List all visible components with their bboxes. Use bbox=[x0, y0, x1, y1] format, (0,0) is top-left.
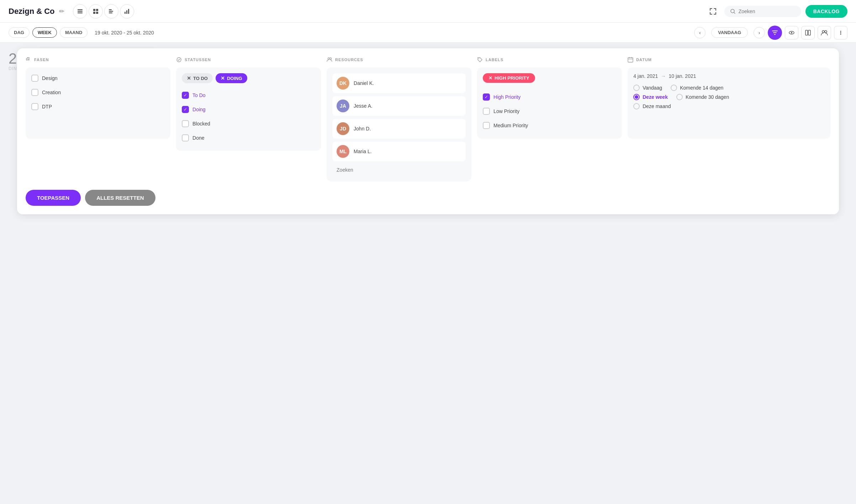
week-btn[interactable]: WEEK bbox=[32, 27, 57, 38]
statussen-column: STATUSSEN ✕ TO DO ✕ DOING ✓ bbox=[176, 57, 321, 162]
maand-btn[interactable]: MAAND bbox=[60, 27, 88, 38]
resource-2[interactable]: JD John D. bbox=[332, 119, 466, 139]
radio-deze-week[interactable] bbox=[633, 94, 640, 100]
svg-point-20 bbox=[840, 31, 841, 32]
app-logo: Dezign & Co bbox=[9, 7, 55, 16]
team-btn[interactable] bbox=[818, 26, 831, 39]
svg-rect-7 bbox=[109, 9, 112, 10]
svg-point-22 bbox=[840, 33, 841, 34]
label-checkbox-0[interactable]: ✓ bbox=[483, 93, 490, 101]
resource-1[interactable]: JA Jesse A. bbox=[332, 96, 466, 116]
status-item-1[interactable]: ✓ Doing bbox=[182, 102, 315, 117]
fasen-checkbox-2[interactable] bbox=[31, 103, 38, 110]
fasen-item-0[interactable]: Design bbox=[31, 73, 165, 85]
datum-row-0: Vandaag Komende 14 dagen bbox=[633, 85, 825, 91]
status-item-0[interactable]: ✓ To Do bbox=[182, 88, 315, 102]
status-icon bbox=[176, 57, 182, 63]
svg-rect-9 bbox=[109, 12, 112, 14]
layout-btn[interactable] bbox=[801, 26, 815, 39]
datum-row-2: Deze maand bbox=[633, 103, 825, 109]
edit-icon[interactable]: ✏ bbox=[59, 7, 64, 15]
fasen-checkbox-1[interactable] bbox=[31, 89, 38, 96]
eye-btn[interactable] bbox=[785, 26, 798, 39]
fasen-checkbox-0[interactable] bbox=[31, 75, 38, 82]
svg-rect-29 bbox=[628, 58, 633, 62]
backlog-btn[interactable]: BACKLOG bbox=[805, 5, 847, 18]
datum-deze-week[interactable]: Deze week bbox=[633, 94, 668, 100]
datum-row-1: Deze week Komende 30 dagen bbox=[633, 94, 825, 100]
list-view-btn[interactable] bbox=[73, 4, 87, 18]
svg-point-19 bbox=[825, 31, 827, 33]
svg-rect-0 bbox=[78, 9, 83, 10]
calendar-view-btn[interactable] bbox=[89, 4, 103, 18]
svg-point-26 bbox=[328, 58, 330, 60]
chart-view-btn[interactable] bbox=[120, 4, 134, 18]
resources-column: RESOURCES DK Daniel K. JA Jesse A. JD Jo… bbox=[327, 57, 471, 162]
datum-title: DATUM bbox=[628, 57, 830, 63]
next-arrow[interactable]: › bbox=[754, 27, 765, 38]
filter-columns: FASEN Design Creation DTP bbox=[26, 57, 830, 162]
status-tag-doing[interactable]: ✕ DOING bbox=[216, 73, 247, 83]
label-item-0[interactable]: ✓ High Priority bbox=[483, 90, 616, 104]
puzzle-icon bbox=[26, 57, 31, 63]
status-item-3[interactable]: Done bbox=[182, 131, 315, 145]
svg-rect-5 bbox=[93, 12, 95, 14]
datum-vandaag[interactable]: Vandaag bbox=[633, 85, 662, 91]
svg-rect-16 bbox=[805, 30, 808, 35]
svg-point-25 bbox=[177, 58, 181, 62]
resource-avatar-3: ML bbox=[337, 145, 349, 158]
resources-icon bbox=[327, 57, 332, 63]
datum-options: Vandaag Komende 14 dagen Deze week bbox=[633, 85, 825, 112]
fullscreen-btn[interactable] bbox=[706, 4, 720, 18]
sub-right-actions bbox=[768, 26, 847, 40]
more-btn[interactable] bbox=[834, 26, 847, 39]
fasen-item-1[interactable]: Creation bbox=[31, 85, 165, 100]
resource-0[interactable]: DK Daniel K. bbox=[332, 73, 466, 93]
svg-rect-2 bbox=[78, 12, 83, 14]
status-tag-todo[interactable]: ✕ TO DO bbox=[182, 73, 213, 83]
active-status-tags: ✕ TO DO ✕ DOING bbox=[182, 73, 315, 83]
svg-rect-11 bbox=[126, 10, 127, 14]
label-checkbox-1[interactable] bbox=[483, 108, 490, 115]
status-item-2[interactable]: Blocked bbox=[182, 117, 315, 131]
svg-point-28 bbox=[479, 58, 479, 59]
prev-arrow[interactable]: ‹ bbox=[694, 27, 706, 38]
status-checkbox-2[interactable] bbox=[182, 120, 189, 127]
resource-3[interactable]: ML Maria L. bbox=[332, 141, 466, 161]
filter-btn[interactable] bbox=[768, 26, 782, 40]
svg-rect-6 bbox=[96, 12, 98, 14]
label-item-1[interactable]: Low Priority bbox=[483, 104, 616, 118]
active-label-tag[interactable]: ✕ HIGH PRIORITY bbox=[483, 73, 535, 83]
resources-title: RESOURCES bbox=[327, 57, 471, 63]
svg-point-15 bbox=[791, 32, 792, 33]
datum-komende14[interactable]: Komende 14 dagen bbox=[671, 85, 723, 91]
status-checkbox-1[interactable]: ✓ bbox=[182, 106, 189, 113]
fasen-item-2[interactable]: DTP bbox=[31, 100, 165, 114]
search-bar bbox=[724, 6, 801, 17]
radio-komende14[interactable] bbox=[671, 85, 677, 91]
dag-btn[interactable]: DAG bbox=[9, 27, 30, 38]
datum-komende30[interactable]: Komende 30 dagen bbox=[676, 94, 729, 100]
search-input[interactable] bbox=[739, 9, 796, 14]
gantt-view-btn[interactable] bbox=[104, 4, 118, 18]
svg-rect-8 bbox=[109, 11, 113, 12]
sub-nav: DAG WEEK MAAND 19 okt. 2020 - 25 okt. 20… bbox=[0, 23, 856, 43]
status-checkbox-0[interactable]: ✓ bbox=[182, 92, 189, 99]
status-checkbox-3[interactable] bbox=[182, 134, 189, 141]
svg-rect-4 bbox=[96, 9, 98, 11]
svg-rect-12 bbox=[128, 9, 129, 14]
svg-rect-3 bbox=[93, 9, 95, 11]
filter-panel: FASEN Design Creation DTP bbox=[17, 48, 839, 162]
radio-komende30[interactable] bbox=[676, 94, 683, 100]
radio-vandaag[interactable] bbox=[633, 85, 640, 91]
svg-point-18 bbox=[822, 31, 824, 33]
radio-deze-maand[interactable] bbox=[633, 103, 640, 109]
today-btn[interactable]: VANDAAG bbox=[711, 27, 748, 38]
datum-inner: 4 jan. 2021 → 10 jan. 2021 Vandaag bbox=[628, 68, 830, 139]
datum-column: DATUM 4 jan. 2021 → 10 jan. 2021 Vandaag bbox=[628, 57, 830, 162]
tag-icon bbox=[477, 57, 483, 63]
filter-overlay: FASEN Design Creation DTP bbox=[0, 43, 856, 162]
datum-deze-maand[interactable]: Deze maand bbox=[633, 103, 671, 109]
label-item-2[interactable]: Medium Priority bbox=[483, 118, 616, 133]
label-checkbox-2[interactable] bbox=[483, 122, 490, 129]
